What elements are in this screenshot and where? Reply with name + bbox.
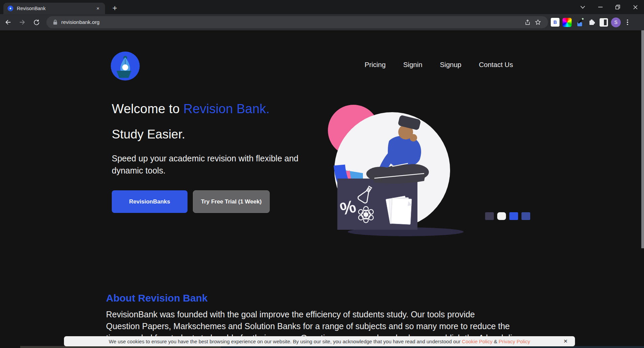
swatch-white[interactable] (497, 212, 506, 220)
main-navigation: Pricing Signin Signup Contact Us (365, 61, 513, 69)
nav-link-signin[interactable]: Signin (403, 61, 422, 69)
tab-bar: RevisonBank × + (0, 0, 644, 14)
nav-link-contact[interactable]: Contact Us (479, 61, 513, 69)
about-heading: About Revision Bank (106, 292, 208, 304)
color-wheel-extension-icon[interactable] (563, 18, 572, 27)
back-icon[interactable] (2, 16, 14, 28)
reload-icon[interactable] (30, 16, 42, 28)
eyedropper-extension-icon[interactable] (575, 17, 585, 27)
favicon-pen-icon (7, 5, 13, 11)
tab-title: RevisonBank (17, 6, 94, 11)
hero-title: Welcome to Revision Bank. (112, 102, 270, 116)
window-controls (574, 0, 644, 14)
site-logo-pen-icon[interactable] (110, 51, 140, 81)
cookie-banner: We use cookies to ensure you have the be… (64, 336, 575, 346)
carousel-swatches (485, 212, 530, 220)
profile-avatar[interactable]: S (611, 18, 621, 27)
webpage: Pricing Signin Signup Contact Us Welcome… (0, 30, 644, 348)
hero-brand-name: Revision Bank. (183, 102, 270, 116)
cookie-separator: & (493, 339, 499, 344)
bookmark-star-icon[interactable] (533, 17, 543, 28)
revisionbanks-button[interactable]: RevisionBanks (112, 190, 188, 213)
browser-menu-icon[interactable] (624, 17, 631, 28)
extensions-area: B S (551, 16, 631, 28)
hero-subtitle: Study Easier. (112, 127, 185, 141)
free-trial-button[interactable]: Try Free Trial (1 Week) (193, 190, 270, 213)
nav-link-signup[interactable]: Signup (440, 61, 462, 69)
tab-close-icon[interactable]: × (94, 5, 102, 12)
side-panel-icon[interactable] (600, 18, 608, 27)
browser-window: RevisonBank × + (0, 0, 644, 348)
nav-link-pricing[interactable]: Pricing (365, 61, 386, 69)
share-icon[interactable] (522, 17, 533, 28)
address-bar[interactable]: revisionbank.org (46, 16, 548, 28)
extensions-puzzle-icon[interactable] (588, 18, 597, 27)
forward-icon[interactable] (16, 16, 28, 28)
minimize-button[interactable] (591, 0, 609, 14)
tab-search-chevron-icon[interactable] (574, 0, 591, 14)
cta-buttons: RevisionBanks Try Free Trial (1 Week) (112, 190, 270, 213)
study-illustration: % (323, 98, 492, 239)
hero-tagline: Speed up your academic revision with fle… (112, 152, 298, 177)
extension-b-icon[interactable]: B (551, 18, 560, 27)
swatch-blue[interactable] (509, 212, 518, 220)
cookie-close-icon[interactable]: ✕ (562, 337, 570, 345)
new-tab-button[interactable]: + (110, 3, 120, 13)
swatch-dark[interactable] (485, 212, 494, 220)
restore-button[interactable] (609, 0, 626, 14)
privacy-policy-link[interactable]: Privacy Policy (499, 339, 530, 344)
page-scrollbar[interactable] (641, 30, 644, 248)
lock-icon (53, 19, 58, 25)
browser-tab[interactable]: RevisonBank × (3, 3, 105, 14)
cookie-policy-link[interactable]: Cookie Policy (462, 339, 493, 344)
url-text[interactable]: revisionbank.org (61, 19, 522, 25)
swatch-navy[interactable] (521, 212, 530, 220)
cookie-message: We use cookies to ensure you have the be… (109, 339, 462, 344)
browser-toolbar: revisionbank.org B (0, 14, 644, 30)
close-window-button[interactable] (626, 0, 644, 14)
